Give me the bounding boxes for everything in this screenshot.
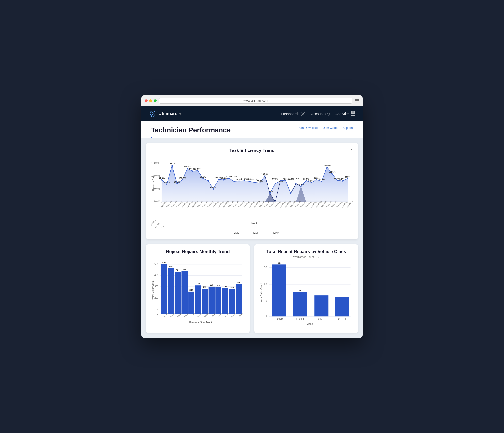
task-efficiency-legend: FLDD FLOH FLPM [151,231,353,234]
svg-text:90.7%: 90.7% [174,181,180,183]
user-guide-link[interactable]: User Guide [323,126,338,130]
browser-chrome: www.utilimarc.com [141,95,363,106]
svg-text:400: 400 [154,274,159,277]
svg-point-58 [213,188,214,190]
svg-point-86 [166,202,167,203]
svg-point-117 [327,202,327,203]
svg-point-74 [295,183,297,184]
task-efficiency-title: Task Efficiency Trend [151,148,353,153]
svg-rect-195 [195,285,201,314]
svg-point-48 [161,179,162,181]
minimize-button[interactable] [149,99,152,102]
svg-text:200: 200 [154,296,159,299]
svg-point-84 [347,178,348,179]
svg-text:428: 428 [183,268,187,271]
svg-text:141.7%: 141.7% [168,162,175,165]
svg-point-54 [192,171,193,172]
svg-point-99 [234,202,234,203]
svg-point-94 [208,202,208,203]
user-icon: ○ [325,112,330,116]
svg-text:424: 424 [176,269,180,271]
nav-dashboards[interactable]: Dashboards ⊙ [281,112,305,116]
svg-text:FORD: FORD [276,318,283,321]
svg-point-56 [202,178,204,179]
svg-text:65.7%: 65.7% [339,178,346,180]
nav-links: Dashboards ⊙ Account ○ Analytics [281,111,355,116]
svg-point-120 [342,202,343,203]
svg-point-110 [290,202,291,203]
svg-point-50 [171,165,173,166]
svg-point-103 [254,202,255,203]
svg-text:Work Order Count: Work Order Count [151,280,154,299]
svg-rect-193 [188,292,194,314]
vehicle-class-title: Total Repeat Repairs by Vehicle Class [259,249,353,254]
chart-more-button[interactable]: ⋮ [349,147,354,152]
svg-point-108 [280,202,281,203]
bottom-charts-row: Repeat Repairs Monthly Trend 500 400 300… [146,244,358,333]
main-content: ⋮ Task Efficiency Trend 150.0% 100.0% 50… [141,138,363,338]
svg-text:20: 20 [264,283,267,286]
svg-rect-203 [222,288,228,314]
svg-text:268: 268 [217,284,220,287]
svg-point-112 [301,202,301,203]
svg-text:68.9%: 68.9% [210,186,217,189]
svg-point-77 [311,182,312,183]
svg-text:105.4%: 105.4% [163,181,170,184]
svg-text:30: 30 [264,266,267,269]
svg-point-115 [316,202,317,203]
svg-point-76 [306,180,307,181]
svg-point-73 [290,193,291,194]
app-container: Utilimarc® Dashboards ⊙ Account ○ Analyt… [141,106,363,338]
svg-text:Work Order Count: Work Order Count [260,283,262,302]
close-button[interactable] [145,99,148,102]
svg-rect-231 [272,264,286,316]
svg-point-116 [321,202,322,203]
page-header: Technician Performance Data Download Use… [141,121,363,138]
support-link[interactable]: Support [343,126,353,130]
svg-text:87.2%: 87.2% [231,175,237,178]
svg-point-107 [275,202,276,203]
svg-text:Efficiency Rate: Efficiency Rate [152,175,154,191]
svg-point-90 [187,202,188,203]
svg-text:253: 253 [203,286,207,288]
nav-analytics[interactable]: Analytics [335,111,355,116]
svg-text:10: 10 [264,300,267,302]
svg-point-82 [337,180,338,181]
svg-point-51 [176,183,178,184]
legend-floh-label: FLOH [252,231,259,234]
svg-text:150.0%: 150.0% [151,162,160,164]
svg-point-0 [152,114,153,115]
vehicle-class-card: Total Repeat Repairs by Vehicle Class Wo… [254,244,358,333]
svg-text:64.6%: 64.6% [308,180,315,182]
svg-point-92 [197,202,198,203]
svg-text:03/01/2019: 03/01/2019 [158,226,164,228]
browser-menu-button[interactable] [355,99,359,102]
svg-point-71 [280,180,281,181]
svg-text:84.6%: 84.6% [159,177,165,179]
svg-point-89 [182,202,183,203]
svg-rect-191 [182,271,188,314]
legend-flpm: FLPM [264,231,279,234]
nav-logo-text: Utilimarc [158,111,177,116]
utilimarc-logo-icon [149,110,157,118]
svg-point-53 [187,168,188,169]
svg-text:83.5%: 83.5% [200,176,206,178]
address-bar[interactable]: www.utilimarc.com [159,98,352,104]
maximize-button[interactable] [154,99,157,102]
svg-point-114 [311,202,312,203]
svg-point-78 [316,179,317,180]
data-download-link[interactable]: Data Download [298,126,318,130]
svg-point-85 [161,202,162,203]
nav-account[interactable]: Account ○ [311,112,330,116]
nav-logo[interactable]: Utilimarc® [149,110,181,118]
svg-rect-187 [168,268,174,314]
legend-floh: FLOH [244,231,259,234]
svg-text:259: 259 [223,285,227,288]
svg-text:32: 32 [278,262,281,264]
svg-point-102 [249,202,250,203]
svg-text:128.3%: 128.3% [184,166,191,168]
svg-text:100: 100 [154,308,159,310]
svg-text:150.0%: 150.0% [323,164,331,167]
legend-fldd-label: FLDD [232,231,239,234]
svg-text:71.5%: 71.5% [293,177,299,180]
